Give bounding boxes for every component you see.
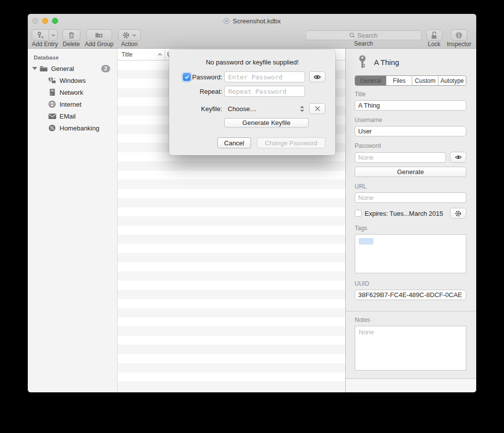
change-password-button[interactable]: Change Password — [257, 137, 325, 148]
inspector-button[interactable] — [451, 29, 467, 41]
sidebar-item-label: Homebanking — [60, 124, 99, 132]
eye-icon — [313, 74, 321, 80]
document-icon — [223, 18, 230, 24]
expires-settings-button[interactable] — [450, 208, 466, 219]
repeat-password-input[interactable] — [224, 86, 305, 97]
enter-password-input[interactable] — [224, 71, 305, 82]
add-group-group: Add Group — [85, 29, 114, 48]
sidebar-item-label: EMail — [60, 113, 76, 120]
password-label: Password: — [192, 73, 222, 81]
add-entry-dropdown-button[interactable] — [49, 29, 58, 41]
column-label: Title — [122, 51, 132, 58]
minimize-button[interactable] — [42, 18, 48, 24]
password-row: Password: — [179, 71, 335, 82]
sidebar-item-internet[interactable]: Internet — [28, 98, 117, 110]
sidebar-item-network[interactable]: Network — [28, 86, 117, 98]
expires-checkbox[interactable] — [355, 210, 362, 217]
notes-field-label: Notes — [355, 316, 466, 323]
tab-general[interactable]: General — [355, 76, 386, 85]
delete-group: Delete — [63, 29, 80, 48]
toolbar: Add Entry Delete — [28, 28, 476, 48]
action-button[interactable] — [118, 29, 141, 41]
inspector-tabs: General Files Custom Autotype — [355, 75, 466, 86]
tags-field-label: Tags — [355, 225, 466, 232]
eye-icon — [454, 154, 462, 160]
keyfile-value: Choose… — [224, 105, 256, 113]
expires-label: Expires: Tues...March 2015 — [365, 210, 447, 217]
folder-icon — [39, 64, 48, 72]
add-entry-button[interactable] — [32, 29, 49, 41]
action-group: Action — [118, 29, 141, 48]
cancel-button[interactable]: Cancel — [217, 137, 251, 148]
lock-button[interactable] — [426, 29, 442, 41]
stepper-icon — [299, 106, 305, 112]
server-icon — [48, 88, 57, 96]
add-entry-group: Add Entry — [32, 29, 58, 48]
workgroup-icon — [48, 76, 57, 84]
sidebar-item-label: Windows — [60, 77, 86, 84]
delete-button[interactable] — [63, 29, 80, 41]
sidebar-item-label: General — [51, 65, 74, 72]
clear-keyfile-button[interactable] — [309, 103, 325, 114]
reveal-password-button[interactable] — [309, 71, 325, 82]
search-label: Search — [354, 41, 373, 47]
tags-box[interactable] — [355, 234, 466, 273]
tab-custom[interactable]: Custom — [412, 76, 438, 85]
window-title: Screenshot.kdbx — [233, 17, 281, 25]
sidebar-item-email[interactable]: EMail — [28, 110, 117, 122]
keyfile-label: Keyfile: — [201, 105, 222, 113]
title-field-label: Title — [355, 91, 466, 98]
open-padlock-icon — [430, 31, 438, 39]
gear-icon — [122, 31, 130, 39]
keyfile-popup[interactable]: Choose… — [224, 103, 305, 114]
close-button[interactable] — [32, 18, 38, 24]
tab-files[interactable]: Files — [386, 76, 412, 85]
disclosure-triangle-icon[interactable] — [32, 67, 37, 70]
add-group-button[interactable] — [86, 29, 112, 41]
reveal-password-button[interactable] — [450, 152, 466, 163]
trash-icon — [67, 31, 75, 39]
inspector-footer — [346, 378, 476, 392]
sidebar-item-label: Network — [60, 89, 83, 96]
info-icon — [455, 31, 463, 39]
url-field[interactable] — [355, 192, 466, 203]
entry-header: A Thing — [355, 55, 466, 69]
tag-pill[interactable] — [359, 238, 374, 245]
inspector-label: Inspector — [447, 41, 471, 48]
password-field[interactable] — [355, 152, 446, 163]
action-label: Action — [121, 41, 137, 48]
column-header-title[interactable]: Title — [118, 49, 165, 60]
envelope-icon — [48, 112, 57, 120]
chevron-down-icon — [132, 34, 136, 37]
sidebar-item-homebanking[interactable]: Homebanking — [28, 122, 117, 134]
macpass-window: Screenshot.kdbx — [28, 14, 476, 392]
search-group: Search Search — [306, 29, 422, 47]
search-input[interactable] — [306, 30, 422, 40]
entry-count-badge: 2 — [101, 65, 110, 72]
zoom-button[interactable] — [52, 18, 58, 24]
notes-field[interactable]: None — [355, 326, 466, 371]
username-field[interactable] — [355, 126, 466, 136]
generate-password-button[interactable]: Generate — [355, 167, 466, 177]
keyfile-row: Keyfile: Choose… — [179, 103, 335, 114]
tab-autotype[interactable]: Autotype — [438, 76, 466, 85]
sidebar-item-windows[interactable]: Windows — [28, 74, 117, 86]
dialog-message: No password or keyfile supplied! — [169, 59, 335, 66]
titlebar[interactable]: Screenshot.kdbx — [28, 14, 476, 28]
traffic-lights — [32, 18, 58, 24]
sidebar-item-general[interactable]: General 2 — [28, 62, 117, 74]
change-password-dialog: No password or keyfile supplied! Passwor… — [169, 50, 335, 155]
url-field-label: URL — [355, 183, 466, 190]
password-checkbox[interactable] — [183, 73, 190, 81]
uuid-field[interactable] — [355, 290, 466, 300]
lock-label: Lock — [428, 41, 440, 48]
title-field[interactable] — [355, 100, 466, 111]
chevron-down-icon — [51, 34, 56, 37]
gear-icon — [454, 210, 462, 217]
generate-keyfile-button[interactable]: Generate Keyfile — [224, 118, 309, 127]
dialog-actions: Cancel Change Password — [169, 137, 325, 148]
sort-ascending-icon — [158, 53, 162, 56]
window-title-area: Screenshot.kdbx — [223, 17, 281, 25]
key-icon — [358, 55, 367, 69]
lock-group: Lock — [426, 29, 442, 48]
